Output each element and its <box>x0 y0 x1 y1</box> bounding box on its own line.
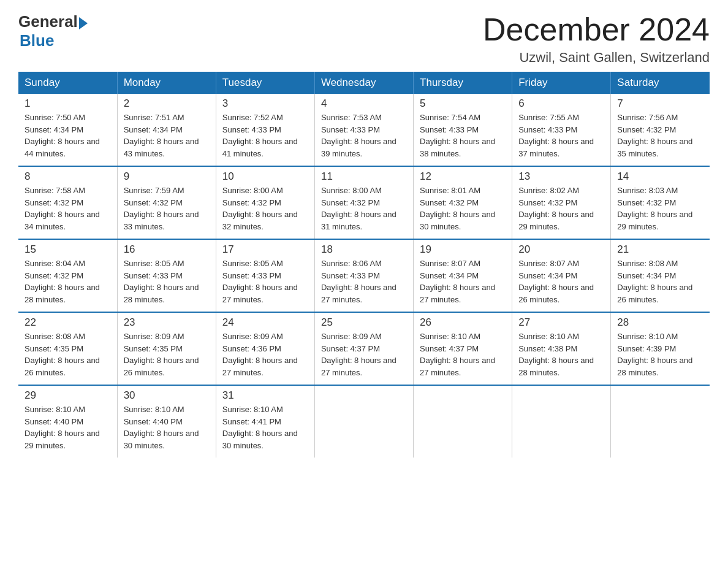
calendar-cell: 11Sunrise: 8:00 AMSunset: 4:32 PMDayligh… <box>314 166 413 239</box>
day-number: 26 <box>420 316 506 329</box>
day-info: Sunrise: 8:09 AMSunset: 4:36 PMDaylight:… <box>222 331 308 378</box>
day-number: 18 <box>321 243 407 256</box>
location-subtitle: Uzwil, Saint Gallen, Switzerland <box>483 50 710 66</box>
day-info: Sunrise: 7:56 AMSunset: 4:32 PMDaylight:… <box>617 112 703 159</box>
day-info: Sunrise: 8:08 AMSunset: 4:35 PMDaylight:… <box>25 331 111 378</box>
day-header-tuesday: Tuesday <box>216 72 314 94</box>
calendar-cell: 21Sunrise: 8:08 AMSunset: 4:34 PMDayligh… <box>611 239 710 312</box>
calendar-cell: 6Sunrise: 7:55 AMSunset: 4:33 PMDaylight… <box>512 94 611 166</box>
day-info: Sunrise: 8:07 AMSunset: 4:34 PMDaylight:… <box>420 258 506 305</box>
calendar-cell: 10Sunrise: 8:00 AMSunset: 4:32 PMDayligh… <box>216 166 314 239</box>
calendar-cell: 2Sunrise: 7:51 AMSunset: 4:34 PMDaylight… <box>117 94 216 166</box>
day-number: 14 <box>617 170 703 183</box>
day-info: Sunrise: 8:10 AMSunset: 4:41 PMDaylight:… <box>222 404 308 451</box>
calendar-week-row: 1Sunrise: 7:50 AMSunset: 4:34 PMDaylight… <box>18 94 710 166</box>
day-info: Sunrise: 8:05 AMSunset: 4:33 PMDaylight:… <box>124 258 210 305</box>
title-section: December 2024 Uzwil, Saint Gallen, Switz… <box>483 12 710 66</box>
day-info: Sunrise: 8:08 AMSunset: 4:34 PMDaylight:… <box>617 258 703 305</box>
day-number: 17 <box>222 243 308 256</box>
day-number: 21 <box>617 243 703 256</box>
day-number: 11 <box>321 170 407 183</box>
day-number: 23 <box>124 316 210 329</box>
calendar-week-row: 8Sunrise: 7:58 AMSunset: 4:32 PMDaylight… <box>18 166 710 239</box>
calendar-cell: 3Sunrise: 7:52 AMSunset: 4:33 PMDaylight… <box>216 94 314 166</box>
logo-blue-text: Blue <box>20 31 54 50</box>
day-number: 7 <box>617 98 703 110</box>
day-number: 4 <box>321 98 407 110</box>
day-number: 27 <box>518 316 604 329</box>
page-header: General Blue December 2024 Uzwil, Saint … <box>18 12 710 66</box>
calendar-cell: 23Sunrise: 8:09 AMSunset: 4:35 PMDayligh… <box>117 312 216 385</box>
day-info: Sunrise: 8:10 AMSunset: 4:40 PMDaylight:… <box>25 404 111 451</box>
day-header-monday: Monday <box>117 72 216 94</box>
calendar-cell <box>314 385 413 458</box>
day-info: Sunrise: 8:00 AMSunset: 4:32 PMDaylight:… <box>222 185 308 232</box>
day-info: Sunrise: 7:55 AMSunset: 4:33 PMDaylight:… <box>518 112 604 159</box>
logo-general-text: General <box>18 12 78 31</box>
day-info: Sunrise: 8:06 AMSunset: 4:33 PMDaylight:… <box>321 258 407 305</box>
calendar-cell: 24Sunrise: 8:09 AMSunset: 4:36 PMDayligh… <box>216 312 314 385</box>
day-number: 22 <box>25 316 111 329</box>
day-number: 2 <box>124 98 210 110</box>
day-number: 9 <box>124 170 210 183</box>
calendar-cell: 4Sunrise: 7:53 AMSunset: 4:33 PMDaylight… <box>314 94 413 166</box>
day-number: 28 <box>617 316 703 329</box>
calendar-cell: 27Sunrise: 8:10 AMSunset: 4:38 PMDayligh… <box>512 312 611 385</box>
calendar-cell: 31Sunrise: 8:10 AMSunset: 4:41 PMDayligh… <box>216 385 314 458</box>
calendar-cell: 25Sunrise: 8:09 AMSunset: 4:37 PMDayligh… <box>314 312 413 385</box>
day-info: Sunrise: 7:59 AMSunset: 4:32 PMDaylight:… <box>124 185 210 232</box>
calendar-week-row: 15Sunrise: 8:04 AMSunset: 4:32 PMDayligh… <box>18 239 710 312</box>
day-info: Sunrise: 8:04 AMSunset: 4:32 PMDaylight:… <box>25 258 111 305</box>
logo: General Blue <box>18 12 88 50</box>
day-number: 30 <box>124 389 210 402</box>
day-number: 15 <box>25 243 111 256</box>
calendar-cell: 1Sunrise: 7:50 AMSunset: 4:34 PMDaylight… <box>18 94 117 166</box>
month-year-title: December 2024 <box>483 12 710 47</box>
day-info: Sunrise: 8:10 AMSunset: 4:40 PMDaylight:… <box>124 404 210 451</box>
calendar-cell: 13Sunrise: 8:02 AMSunset: 4:32 PMDayligh… <box>512 166 611 239</box>
calendar-cell: 28Sunrise: 8:10 AMSunset: 4:39 PMDayligh… <box>611 312 710 385</box>
calendar-cell: 17Sunrise: 8:05 AMSunset: 4:33 PMDayligh… <box>216 239 314 312</box>
day-number: 24 <box>222 316 308 329</box>
day-info: Sunrise: 7:54 AMSunset: 4:33 PMDaylight:… <box>420 112 506 159</box>
calendar-cell: 9Sunrise: 7:59 AMSunset: 4:32 PMDaylight… <box>117 166 216 239</box>
day-info: Sunrise: 7:52 AMSunset: 4:33 PMDaylight:… <box>222 112 308 159</box>
calendar-cell: 30Sunrise: 8:10 AMSunset: 4:40 PMDayligh… <box>117 385 216 458</box>
day-info: Sunrise: 8:10 AMSunset: 4:39 PMDaylight:… <box>617 331 703 378</box>
day-info: Sunrise: 8:09 AMSunset: 4:35 PMDaylight:… <box>124 331 210 378</box>
calendar-cell: 5Sunrise: 7:54 AMSunset: 4:33 PMDaylight… <box>414 94 512 166</box>
calendar-cell: 26Sunrise: 8:10 AMSunset: 4:37 PMDayligh… <box>414 312 512 385</box>
day-number: 12 <box>420 170 506 183</box>
day-info: Sunrise: 7:53 AMSunset: 4:33 PMDaylight:… <box>321 112 407 159</box>
day-info: Sunrise: 7:58 AMSunset: 4:32 PMDaylight:… <box>25 185 111 232</box>
day-info: Sunrise: 8:10 AMSunset: 4:38 PMDaylight:… <box>518 331 604 378</box>
day-info: Sunrise: 8:09 AMSunset: 4:37 PMDaylight:… <box>321 331 407 378</box>
day-number: 1 <box>25 98 111 110</box>
day-header-saturday: Saturday <box>611 72 710 94</box>
calendar-cell <box>512 385 611 458</box>
calendar-cell: 18Sunrise: 8:06 AMSunset: 4:33 PMDayligh… <box>314 239 413 312</box>
day-info: Sunrise: 8:10 AMSunset: 4:37 PMDaylight:… <box>420 331 506 378</box>
day-info: Sunrise: 8:05 AMSunset: 4:33 PMDaylight:… <box>222 258 308 305</box>
calendar-cell: 29Sunrise: 8:10 AMSunset: 4:40 PMDayligh… <box>18 385 117 458</box>
calendar-week-row: 29Sunrise: 8:10 AMSunset: 4:40 PMDayligh… <box>18 385 710 458</box>
calendar-cell <box>611 385 710 458</box>
day-info: Sunrise: 8:01 AMSunset: 4:32 PMDaylight:… <box>420 185 506 232</box>
day-number: 19 <box>420 243 506 256</box>
calendar-cell: 20Sunrise: 8:07 AMSunset: 4:34 PMDayligh… <box>512 239 611 312</box>
logo-arrow-icon <box>79 17 88 29</box>
day-header-friday: Friday <box>512 72 611 94</box>
day-header-wednesday: Wednesday <box>314 72 413 94</box>
day-info: Sunrise: 7:50 AMSunset: 4:34 PMDaylight:… <box>25 112 111 159</box>
day-header-sunday: Sunday <box>18 72 117 94</box>
day-number: 6 <box>518 98 604 110</box>
day-info: Sunrise: 8:07 AMSunset: 4:34 PMDaylight:… <box>518 258 604 305</box>
calendar-cell: 15Sunrise: 8:04 AMSunset: 4:32 PMDayligh… <box>18 239 117 312</box>
day-header-thursday: Thursday <box>414 72 512 94</box>
calendar-cell: 16Sunrise: 8:05 AMSunset: 4:33 PMDayligh… <box>117 239 216 312</box>
day-number: 20 <box>518 243 604 256</box>
day-info: Sunrise: 7:51 AMSunset: 4:34 PMDaylight:… <box>124 112 210 159</box>
calendar-cell: 8Sunrise: 7:58 AMSunset: 4:32 PMDaylight… <box>18 166 117 239</box>
day-number: 16 <box>124 243 210 256</box>
day-info: Sunrise: 8:03 AMSunset: 4:32 PMDaylight:… <box>617 185 703 232</box>
